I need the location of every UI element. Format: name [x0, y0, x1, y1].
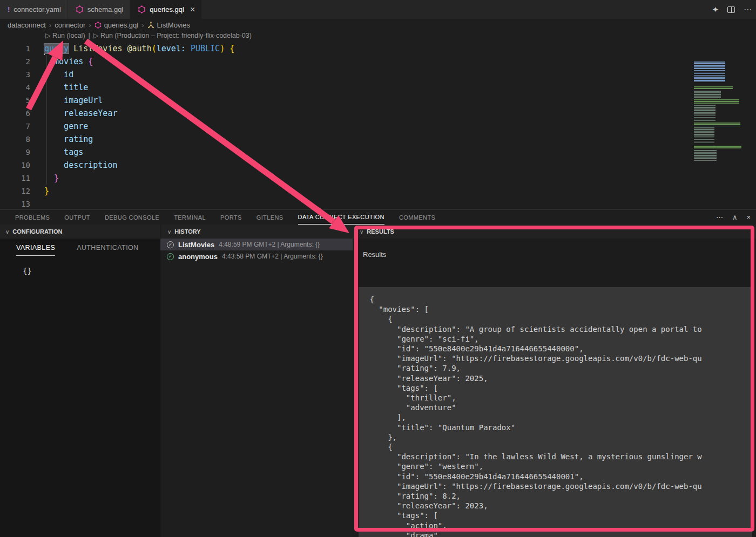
maximize-panel-icon[interactable]: ∧ [732, 213, 738, 221]
run-local-link[interactable]: ▷ Run (local) [45, 31, 85, 39]
code-editor[interactable]: ▷ Run (local) | ▷ Run (Production – Proj… [0, 31, 756, 209]
results-section-header[interactable]: ∨ RESULTS [353, 225, 756, 239]
panel-tab-output[interactable]: OUTPUT [64, 210, 90, 225]
tab-label: connector.yaml [14, 5, 60, 13]
code-line[interactable]: id [44, 68, 73, 81]
code-line[interactable]: movies { [44, 55, 93, 68]
breadcrumb-dataconnect[interactable]: dataconnect [8, 21, 46, 29]
panel-tab-data-connect-execution[interactable]: DATA CONNECT EXECUTION [298, 210, 384, 225]
panel-tab-gitlens[interactable]: GITLENS [256, 210, 284, 225]
chevron-down-icon: ∨ [360, 229, 363, 235]
breadcrumb-queries-gql[interactable]: queries.gql [94, 21, 139, 29]
code-line[interactable]: rating [44, 133, 93, 146]
results-label: Results [363, 250, 386, 259]
check-circle-icon: ✓ [167, 253, 174, 260]
line-number: 5 [0, 94, 30, 107]
play-icon: ▷ [93, 32, 99, 39]
check-circle-icon: ✓ [167, 241, 174, 248]
line-number: 8 [0, 133, 30, 146]
editor-action-bar: ✦ ⋯ [712, 0, 752, 19]
tab-authentication[interactable]: AUTHENTICATION [77, 244, 138, 256]
run-production-link[interactable]: ▷ Run (Production – Project: friendly-fl… [93, 31, 252, 39]
play-icon: ▷ [45, 32, 51, 39]
variables-value[interactable]: {} [23, 267, 32, 275]
history-section: ✓ ListMovies 4:48:59 PM GMT+2 | Argument… [160, 239, 353, 537]
panel-tab-debug-console[interactable]: DEBUG CONSOLE [105, 210, 159, 225]
graphql-operation-icon [147, 22, 154, 29]
code-line[interactable]: tags [44, 146, 83, 159]
code-line[interactable]: description [44, 159, 117, 172]
line-number: 13 [0, 198, 30, 210]
graphql-icon [76, 5, 84, 13]
chevron-right-icon: › [89, 21, 91, 29]
breadcrumb-listmovies[interactable]: ListMovies [147, 21, 190, 29]
line-number: 1 [0, 42, 30, 55]
results-section: Results { "movies": [ { "description": "… [353, 239, 756, 537]
chevron-down-icon: ∨ [5, 229, 9, 235]
close-panel-icon[interactable]: × [746, 213, 751, 221]
code-line[interactable]: } [44, 185, 49, 198]
configuration-tabs: VARIABLES AUTHENTICATION [16, 244, 139, 256]
sparkle-icon[interactable]: ✦ [712, 5, 719, 15]
tab-schema-gql[interactable]: schema.gql [68, 0, 130, 19]
code-line[interactable]: } [44, 172, 59, 185]
history-item-anonymous[interactable]: ✓ anonymous 4:43:58 PM GMT+2 | Arguments… [160, 250, 353, 262]
more-actions-icon[interactable]: ⋯ [716, 213, 723, 221]
panel-tab-terminal[interactable]: TERMINAL [174, 210, 206, 225]
results-output[interactable]: { "movies": [ { "description": "A group … [359, 287, 752, 537]
chevron-right-icon: › [141, 21, 144, 29]
tab-label: schema.gql [87, 5, 123, 13]
breadcrumb: dataconnect › connector › queries.gql › … [0, 19, 756, 31]
line-number: 12 [0, 185, 30, 198]
history-section-header[interactable]: ∨ HISTORY [160, 225, 353, 239]
panel-tab-bar: PROBLEMS OUTPUT DEBUG CONSOLE TERMINAL P… [0, 210, 450, 225]
panel-action-bar: ⋯ ∧ × [716, 210, 751, 225]
tab-label: queries.gql [150, 5, 184, 13]
line-number: 11 [0, 172, 30, 185]
line-number: 2 [0, 55, 30, 68]
code-line[interactable]: genre [44, 120, 88, 133]
line-number: 7 [0, 120, 30, 133]
panel-tab-ports[interactable]: PORTS [220, 210, 242, 225]
editor-tab-bar: ! connector.yaml schema.gql queries.gql … [0, 0, 756, 19]
codelens: ▷ Run (local) | ▷ Run (Production – Proj… [45, 31, 252, 39]
tab-queries-gql[interactable]: queries.gql × [130, 0, 202, 19]
graphql-icon [94, 22, 102, 29]
minimap[interactable] [693, 62, 754, 162]
line-number: 4 [0, 81, 30, 94]
line-number: 10 [0, 159, 30, 172]
code-line[interactable]: query ListMovies @auth(level: PUBLIC) { [44, 42, 234, 55]
line-number: 6 [0, 107, 30, 120]
results-json: { "movies": [ { "description": "A group … [359, 287, 752, 537]
chevron-down-icon: ∨ [167, 229, 171, 235]
breadcrumb-connector[interactable]: connector [55, 21, 85, 29]
code-line[interactable]: title [44, 81, 88, 94]
close-icon[interactable]: × [190, 5, 195, 15]
yaml-warning-icon: ! [8, 5, 10, 13]
tab-connector-yaml[interactable]: ! connector.yaml [0, 0, 68, 19]
graphql-icon [138, 5, 146, 13]
more-actions-icon[interactable]: ⋯ [744, 5, 752, 15]
panel-tab-comments[interactable]: COMMENTS [399, 210, 435, 225]
panel-tab-problems[interactable]: PROBLEMS [15, 210, 50, 225]
line-number: 3 [0, 68, 30, 81]
tab-variables[interactable]: VARIABLES [16, 244, 55, 256]
line-number: 9 [0, 146, 30, 159]
code-line[interactable]: imageUrl [44, 94, 103, 107]
chevron-right-icon: › [49, 21, 51, 29]
bottom-panel: PROBLEMS OUTPUT DEBUG CONSOLE TERMINAL P… [0, 209, 756, 537]
history-item-listmovies[interactable]: ✓ ListMovies 4:48:59 PM GMT+2 | Argument… [160, 239, 353, 250]
codelens-separator: | [89, 32, 90, 39]
code-line[interactable]: releaseYear [44, 107, 117, 120]
vscode-window: ! connector.yaml schema.gql queries.gql … [0, 0, 756, 537]
split-editor-icon[interactable] [727, 6, 735, 13]
configuration-section-header[interactable]: ∨ CONFIGURATION [0, 225, 160, 239]
configuration-section: VARIABLES AUTHENTICATION {} Rerun last e… [0, 239, 160, 537]
